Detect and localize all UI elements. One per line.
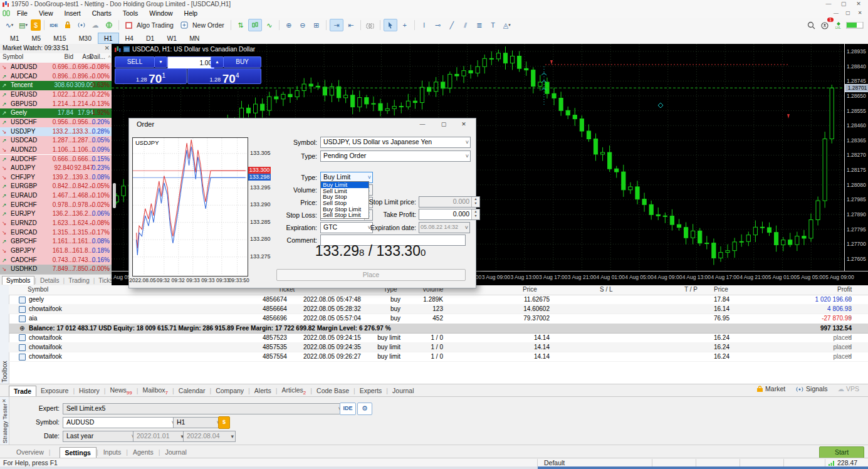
trendline-icon[interactable]: ╱ bbox=[446, 19, 458, 31]
menu-file[interactable]: File bbox=[11, 9, 33, 18]
table-row[interactable]: chowtaifook48575352022.08.05 09:24:35buy… bbox=[9, 342, 868, 352]
market-watch-row[interactable]: ↗CADCHF0.743...0.743...0.16% bbox=[0, 256, 112, 265]
buy-button[interactable]: BUY bbox=[223, 56, 261, 68]
timeframe-d1[interactable]: D1 bbox=[140, 33, 160, 44]
market-watch-row[interactable]: ↗EURCHF0.978...0.978...-0.02% bbox=[0, 201, 112, 210]
timeframe-m5[interactable]: M5 bbox=[26, 33, 48, 44]
level-icon[interactable]: LVL bbox=[832, 19, 845, 31]
market-watch-row[interactable]: ↘AUDJPY92.84092.8470.23% bbox=[0, 164, 112, 173]
table-row[interactable]: aia48566962022.08.05 05:57:04buy45279.37… bbox=[9, 314, 868, 324]
toolbox-tab-history[interactable]: History bbox=[75, 386, 104, 396]
column-bid[interactable]: Bid bbox=[65, 53, 73, 60]
bar-chart-mode-icon[interactable]: ⇅ bbox=[234, 19, 247, 31]
table-row[interactable]: geely48566742022.08.05 05:47:48buy1.289K… bbox=[9, 295, 868, 305]
toolbox-tab-exposure[interactable]: Exposure bbox=[36, 386, 73, 396]
expert-select[interactable]: Sell Limit.ex5˅ bbox=[63, 403, 343, 414]
ide-button[interactable]: IDE bbox=[340, 403, 356, 415]
take-profit-field[interactable]: 0.000▴▾ bbox=[419, 209, 480, 220]
close-position-icon[interactable]: ✕ bbox=[847, 314, 852, 323]
text-tool-icon[interactable]: T bbox=[487, 19, 499, 31]
sell-button[interactable]: SELL bbox=[115, 56, 155, 68]
close-position-icon[interactable]: ✕ bbox=[847, 333, 852, 342]
market-watch-row[interactable]: ↘EURCAD1.315...1.315...-0.17% bbox=[0, 228, 112, 238]
child-close-button[interactable]: ✕ bbox=[853, 9, 867, 17]
dialog-maximize-icon[interactable]: ▢ bbox=[437, 120, 451, 129]
market-watch-row[interactable]: ↗EURGBP0.842...0.842...-0.05% bbox=[0, 182, 112, 191]
market-watch-close-icon[interactable]: ✕ bbox=[105, 45, 110, 51]
toolbox-tab-news[interactable]: News99 bbox=[106, 385, 137, 397]
profile-name[interactable]: Default bbox=[544, 459, 565, 466]
market-watch-row[interactable]: ↘CHFJPY139.2...139.3...0.08% bbox=[0, 173, 112, 182]
menu-window[interactable]: Window bbox=[144, 9, 178, 18]
toolbox-tab-articles[interactable]: Articles2 bbox=[277, 385, 310, 397]
toolbox-tab-code-base[interactable]: Code Base bbox=[312, 386, 353, 396]
horizontal-line-icon[interactable]: ⊸ bbox=[432, 19, 444, 31]
market-watch-row[interactable]: ↘USDJPY133.2...133.3...0.28% bbox=[0, 127, 112, 137]
market-watch-row[interactable]: ↗USDCAD1.287...1.287...0.05% bbox=[0, 136, 112, 145]
tester-tab-agents[interactable]: Agents bbox=[128, 447, 159, 457]
auto-scroll-icon[interactable]: ⇥ bbox=[330, 19, 343, 31]
signals-icon[interactable] bbox=[75, 19, 88, 31]
profiles-icon[interactable]: ▤▾ bbox=[17, 19, 29, 31]
tester-tab-overview[interactable]: Overview bbox=[11, 447, 49, 457]
toolbox-tab-alerts[interactable]: Alerts bbox=[250, 386, 276, 396]
restore-button[interactable]: ▢ bbox=[837, 0, 850, 8]
fibonacci-icon[interactable]: ≣ bbox=[473, 19, 486, 31]
sell-price-display[interactable]: 1.28 701 bbox=[115, 68, 187, 84]
minimize-button[interactable]: — bbox=[822, 0, 835, 8]
market-watch-row[interactable]: ↘AUDNZD1.106...1.106...0.09% bbox=[0, 145, 112, 155]
toolbox-tab-mailbox[interactable]: Mailbox7 bbox=[138, 385, 172, 397]
tester-close-icon[interactable]: ✕ bbox=[2, 398, 6, 404]
toolbox-tab-experts[interactable]: Experts bbox=[355, 386, 387, 396]
market-watch-row[interactable]: ↗GBPCHF1.161...1.161...0.08% bbox=[0, 237, 112, 246]
candle-chart-mode-icon[interactable] bbox=[248, 19, 262, 31]
timeframe-w1[interactable]: W1 bbox=[160, 33, 183, 44]
market-watch-tab-trading[interactable]: Trading bbox=[65, 277, 93, 285]
balance-row[interactable]: ⊕Balance: 17 012 483.17 USD Equity: 18 0… bbox=[9, 324, 868, 334]
signals-item[interactable]: Signals bbox=[795, 385, 827, 393]
toolbox-tab-calendar[interactable]: Calendar bbox=[174, 386, 210, 396]
ide-icon[interactable]: IDE bbox=[48, 19, 60, 31]
tile-windows-icon[interactable]: ⊞ bbox=[310, 19, 323, 31]
menu-insert[interactable]: Insert bbox=[59, 9, 86, 18]
vps-cloud-icon[interactable]: ☁ bbox=[89, 19, 102, 31]
close-position-icon[interactable]: ✕ bbox=[847, 352, 852, 361]
order-type-option[interactable]: Sell Stop Limit bbox=[321, 212, 369, 218]
algo-trading-icon[interactable] bbox=[122, 19, 135, 31]
column-header[interactable]: T / P bbox=[684, 286, 698, 293]
market-item[interactable]: Market bbox=[756, 385, 785, 393]
column-daily[interactable]: Dail... bbox=[89, 53, 105, 60]
column-symbol[interactable]: Symbol bbox=[3, 53, 23, 60]
toolbox-tab-trade[interactable]: Trade bbox=[9, 386, 36, 396]
toolbox-tab-journal[interactable]: Journal bbox=[388, 386, 418, 396]
search-icon[interactable] bbox=[805, 19, 817, 31]
market-watch-row[interactable]: ↘AUDUSD0.696...0.696...-0.08% bbox=[0, 63, 112, 72]
new-order-label[interactable]: New Order bbox=[192, 21, 224, 29]
market-watch-row[interactable]: ↗AUDCAD0.896...0.896...-0.00% bbox=[0, 72, 112, 82]
timeframe-m15[interactable]: M15 bbox=[47, 33, 72, 44]
channel-icon[interactable]: ⫽ bbox=[459, 19, 472, 31]
close-position-icon[interactable]: ✕ bbox=[847, 342, 852, 352]
market-watch-row[interactable]: ↗AUDCHF0.666...0.666...0.15% bbox=[0, 155, 112, 164]
start-button[interactable]: Start bbox=[819, 446, 864, 458]
timeframe-h1[interactable]: H1 bbox=[98, 33, 118, 44]
community-icon[interactable] bbox=[103, 19, 115, 31]
symbol-select[interactable]: USDJPY, US Dollar vs Japanese Yen˅ bbox=[320, 137, 471, 148]
timeframe-m1[interactable]: M1 bbox=[4, 33, 26, 44]
timeframe-m30[interactable]: M30 bbox=[73, 33, 98, 44]
chart-window-icon[interactable]: ∿▾ bbox=[3, 19, 16, 31]
tester-symbol-select[interactable]: AUDUSD˅ bbox=[63, 417, 177, 428]
scroll-up-icon[interactable]: ˄ bbox=[108, 54, 111, 60]
tester-period-select[interactable]: H1˅ bbox=[173, 417, 222, 428]
market-watch-row[interactable]: ↘EURNZD1.623...1.624...-0.08% bbox=[0, 219, 112, 228]
table-row[interactable]: chowtaifook48575542022.08.05 09:26:27buy… bbox=[9, 352, 868, 362]
timeframe-h4[interactable]: H4 bbox=[119, 33, 140, 44]
volume-down-button[interactable]: ▼ bbox=[154, 56, 167, 68]
vertical-line-icon[interactable]: ǀ bbox=[418, 19, 431, 31]
column-header[interactable]: Profit bbox=[837, 286, 852, 293]
market-watch-row[interactable]: ↘USDHKD7.849...7.850...-0.00% bbox=[0, 265, 112, 274]
market-watch-row[interactable]: ↗EURJPY136.2...136.2...0.06% bbox=[0, 209, 112, 219]
order-kind-select[interactable]: Pending Order˅ bbox=[320, 150, 471, 162]
notifications-bell-icon[interactable]: 1 bbox=[818, 19, 831, 31]
market-watch-row[interactable]: ↗USDCHF0.956...0.956...0.20% bbox=[0, 118, 112, 127]
